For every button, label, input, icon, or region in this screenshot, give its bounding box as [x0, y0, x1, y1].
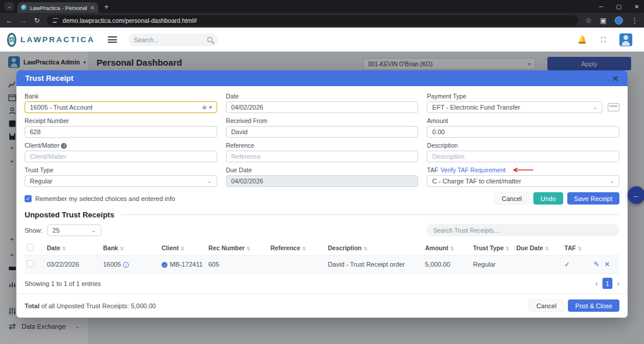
tab-search-icon[interactable]: ⌄ [5, 2, 14, 11]
page: ⌄ LawPractica - Personal Dashbo ✕ + ─ ▢ … [0, 0, 644, 344]
due-date-input [226, 175, 419, 187]
user-avatar[interactable] [619, 33, 632, 46]
amount-input[interactable] [427, 126, 619, 138]
global-search[interactable] [129, 33, 218, 46]
sort-icon: ⇅ [505, 246, 509, 251]
save-receipt-button[interactable]: Save Receipt [567, 192, 619, 205]
brand-name: LAWPRACTICA [20, 35, 95, 44]
amount-label: Amount [427, 117, 619, 124]
reload-icon[interactable]: ↻ [34, 16, 40, 25]
global-search-input[interactable] [134, 36, 207, 43]
showing-entries-text: Showing 1 to 1 of 1 entries [25, 280, 101, 287]
unposted-receipts-table: Date⇅ Bank⇅ Client⇅ Rec Number⇅ Referenc… [25, 241, 619, 274]
col-amount[interactable]: Amount⇅ [423, 241, 471, 256]
description-input[interactable] [427, 151, 619, 162]
page-size-select[interactable]: 25 ⌄ [47, 224, 101, 236]
browser-profile-avatar[interactable] [615, 16, 623, 25]
url-text: demo.lawpractica.com/personal-dashboard.… [63, 17, 197, 24]
extensions-icon[interactable]: ▣ [600, 16, 607, 25]
bank-select[interactable]: 16005 - Trust Account ◉ ▾ [25, 101, 217, 113]
footer-cancel-button[interactable]: Cancel [529, 299, 564, 312]
tab-title: LawPractica - Personal Dashbo [30, 5, 87, 11]
forward-icon[interactable]: → [20, 16, 27, 25]
browser-tab[interactable]: LawPractica - Personal Dashbo ✕ [18, 2, 98, 13]
received-from-input[interactable] [226, 126, 419, 138]
edit-row-icon[interactable]: ✎ [594, 260, 600, 268]
col-trust-type[interactable]: Trust Type⇅ [471, 241, 514, 256]
address-input[interactable]: demo.lawpractica.com/personal-dashboard.… [47, 15, 578, 26]
sort-icon: ⇅ [180, 246, 184, 251]
trust-type-select[interactable]: Regular ⌄ [25, 175, 217, 187]
red-annotation-arrow-icon [509, 167, 535, 173]
select-all-checkbox[interactable] [27, 244, 34, 251]
window-minimize-icon[interactable]: ─ [599, 4, 603, 10]
info-icon[interactable]: i [162, 262, 167, 268]
col-bank[interactable]: Bank⇅ [101, 241, 159, 256]
reference-label: Reference [226, 142, 419, 149]
table-row[interactable]: 03/22/2026 16005 i iMB-172411 605 David … [25, 256, 619, 274]
col-taf[interactable]: TAF⇅ [562, 241, 591, 256]
verify-taf-link[interactable]: Verify TAF Requirement [440, 166, 505, 173]
col-reference[interactable]: Reference⇅ [268, 241, 326, 256]
col-rec-number[interactable]: Rec Number⇅ [206, 241, 268, 256]
chevron-down-icon: ⌄ [592, 104, 597, 110]
due-date-label: Due Date [226, 166, 419, 173]
remember-checkbox[interactable]: ✓ [25, 195, 32, 202]
col-due-date[interactable]: Due Date⇅ [514, 241, 562, 256]
divider [121, 214, 619, 215]
col-description[interactable]: Description⇅ [326, 241, 423, 256]
next-page-icon[interactable]: › [617, 280, 619, 288]
menu-toggle-icon[interactable] [108, 36, 117, 43]
search-icon [207, 37, 213, 42]
receipt-number-input[interactable] [25, 126, 217, 138]
table-header-row: Date⇅ Bank⇅ Client⇅ Rec Number⇅ Referenc… [25, 241, 619, 256]
chevron-down-icon: ⌄ [91, 227, 96, 233]
info-icon[interactable]: i [123, 262, 129, 268]
col-date[interactable]: Date⇅ [44, 241, 101, 256]
taf-value: C - Charge TAF to client/matter [432, 178, 607, 185]
bank-label: Bank [25, 93, 217, 100]
trust-type-label: Trust Type [25, 166, 217, 173]
prev-page-icon[interactable]: ‹ [595, 280, 598, 288]
new-tab-button[interactable]: + [104, 2, 109, 11]
fullscreen-icon[interactable]: ⛶ [601, 36, 605, 44]
cancel-button[interactable]: Cancel [494, 192, 529, 205]
browser-menu-icon[interactable]: ⋮ [631, 16, 638, 25]
undo-button[interactable]: Undo [533, 192, 563, 205]
payment-type-select[interactable]: EFT - Electronic Fund Transfer ⌄ [427, 101, 602, 113]
page-number[interactable]: 1 [602, 278, 612, 289]
cell-description: David - Trust Receipt order [326, 256, 423, 274]
payment-type-label: Payment Type [427, 93, 619, 100]
modal-title: Trust Receipt [25, 74, 73, 83]
site-settings-icon[interactable] [53, 18, 59, 23]
bank-value: 16005 - Trust Account [30, 104, 200, 111]
bookmark-star-icon[interactable]: ☆ [585, 16, 592, 25]
app-header: ⚖ LAWPRACTICA 🔔 ⛶ [0, 28, 644, 52]
pagination: ‹ 1 › [595, 278, 619, 289]
notifications-bell-icon[interactable]: 🔔 [577, 35, 587, 44]
reference-input[interactable] [226, 151, 419, 162]
cell-taf: ✓ [562, 256, 591, 274]
window-restore-icon[interactable]: ▢ [616, 4, 621, 10]
date-input[interactable] [226, 101, 419, 113]
row-checkbox[interactable] [27, 260, 34, 267]
delete-row-icon[interactable]: ✕ [604, 260, 610, 268]
cell-bank: 16005 i [101, 256, 159, 274]
back-icon[interactable]: ← [6, 16, 13, 25]
taf-select[interactable]: C - Charge TAF to client/matter ⌄ [427, 175, 619, 187]
info-icon[interactable]: i [61, 143, 67, 149]
floating-back-button[interactable]: ← [628, 186, 644, 204]
sort-icon: ⇅ [450, 246, 454, 251]
window-close-icon[interactable]: ✕ [635, 4, 639, 10]
client-matter-input[interactable] [25, 151, 217, 162]
cell-trust-type: Regular [471, 256, 514, 274]
receipts-search-input[interactable] [426, 224, 619, 236]
cell-amount: 5,000.00 [423, 256, 471, 274]
credit-card-icon[interactable] [608, 103, 619, 111]
brand-logo[interactable]: ⚖ LAWPRACTICA [7, 33, 95, 47]
modal-close-icon[interactable]: ✕ [612, 74, 619, 83]
chevron-down-icon: ⌄ [207, 178, 212, 184]
tab-close-icon[interactable]: ✕ [90, 5, 95, 11]
col-client[interactable]: Client⇅ [159, 241, 206, 256]
post-close-button[interactable]: Post & Close [568, 299, 619, 312]
